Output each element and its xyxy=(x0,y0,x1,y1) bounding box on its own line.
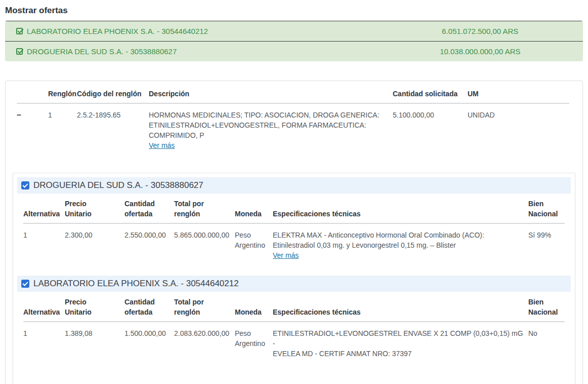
offer-table-header-row: Alternativa Precio Unitario Cantidad ofe… xyxy=(23,297,565,322)
supplier-title: LABORATORIO ELEA PHOENIX S.A. - 30544640… xyxy=(33,279,239,289)
bien-nacional-value: Sí 99% xyxy=(528,223,565,267)
supplier-checkbox[interactable] xyxy=(21,280,29,288)
codigo-value: 2.5.2-1895.65 xyxy=(77,103,149,152)
line-item-panel: Renglón Código del renglón Descripción C… xyxy=(5,81,583,384)
offer-table-header-row: Alternativa Precio Unitario Cantidad ofe… xyxy=(23,199,565,223)
offer-summary-row[interactable]: DROGUERIA DEL SUD S.A. - 30538880627 10.… xyxy=(5,41,583,61)
total-por-renglon-value: 5.865.000.000,00 xyxy=(174,223,235,267)
supplier-section: DROGUERIA DEL SUD S.A. - 30538880627 Alt… xyxy=(17,177,571,267)
um-header: UM xyxy=(468,89,569,103)
especificaciones-value: ELEKTRA MAX - Anticonceptivo Hormonal Or… xyxy=(273,230,524,250)
supplier-section-header: DROGUERIA DEL SUD S.A. - 30538880627 xyxy=(17,177,571,194)
ver-mas-link[interactable]: Ver más xyxy=(273,250,299,260)
alternativa-header: Alternativa xyxy=(23,297,65,322)
especificaciones-header: Especificaciones técnicas xyxy=(273,297,528,322)
line-items-table: Renglón Código del renglón Descripción C… xyxy=(17,89,569,152)
line-item-row: – 1 2.5.2-1895.65 HORMONAS MEDICINALES; … xyxy=(17,103,569,152)
alternativa-value: 1 xyxy=(23,223,65,267)
supplier-offer-table: Alternativa Precio Unitario Cantidad ofe… xyxy=(23,297,565,366)
precio-unitario-header: Precio Unitario xyxy=(65,199,124,223)
precio-unitario-header: Precio Unitario xyxy=(65,297,124,322)
supplier-title: DROGUERIA DEL SUD S.A. - 30538880627 xyxy=(33,180,203,190)
precio-unitario-value: 1.389,08 xyxy=(65,322,124,366)
offer-total-amount: 6.051.072.500,00 ARS xyxy=(389,27,572,35)
offer-supplier-name: DROGUERIA DEL SUD S.A. - 30538880627 xyxy=(27,47,389,56)
supplier-section-header: LABORATORIO ELEA PHOENIX S.A. - 30544640… xyxy=(17,276,571,292)
offer-total-amount: 10.038.000.000,00 ARS xyxy=(389,47,572,56)
offer-row: 1 1.389,08 1.500.000,00 2.083.620.000,00… xyxy=(23,322,565,366)
ver-mas-link[interactable]: Ver más xyxy=(149,140,175,150)
bien-nacional-value: No xyxy=(528,322,565,366)
page-title: Mostrar ofertas xyxy=(5,0,583,21)
cantidad-ofertada-header: Cantidad ofertada xyxy=(124,199,174,223)
total-por-renglon-header: Total por renglón xyxy=(174,297,235,322)
especificaciones-header: Especificaciones técnicas xyxy=(273,199,528,223)
especificaciones-value: ETINILESTRADIOL+LEVONOGESTREL ENVASE X 2… xyxy=(273,328,524,359)
supplier-checkbox[interactable] xyxy=(21,181,29,189)
renglon-header: Renglón xyxy=(48,89,77,103)
cantidad-ofertada-header: Cantidad ofertada xyxy=(124,297,174,322)
offer-supplier-name: LABORATORIO ELEA PHOENIX S.A. - 30544640… xyxy=(27,27,389,35)
total-por-renglon-header: Total por renglón xyxy=(174,199,235,223)
line-items-header-row: Renglón Código del renglón Descripción C… xyxy=(17,89,569,103)
renglon-value: 1 xyxy=(48,103,77,152)
checked-square-icon xyxy=(16,28,23,34)
offer-row: 1 2.300,00 2.550.000,00 5.865.000.000,00… xyxy=(23,223,565,267)
bien-nacional-header: Bien Nacional xyxy=(528,297,565,322)
checked-square-icon xyxy=(16,48,23,55)
moneda-value: Peso Argentino xyxy=(235,223,273,267)
alternativa-header: Alternativa xyxy=(23,199,65,223)
descripcion-header: Descripción xyxy=(149,89,393,103)
toggle-column-header xyxy=(17,89,48,103)
um-value: UNIDAD xyxy=(468,103,569,152)
offers-page: Mostrar ofertas LABORATORIO ELEA PHOENIX… xyxy=(0,0,588,384)
collapse-row-button[interactable]: – xyxy=(17,110,21,120)
cantidad-ofertada-value: 1.500.000,00 xyxy=(124,322,174,366)
moneda-header: Moneda xyxy=(235,297,273,322)
supplier-section: LABORATORIO ELEA PHOENIX S.A. - 30544640… xyxy=(17,276,571,366)
total-por-renglon-value: 2.083.620.000,00 xyxy=(174,322,235,366)
offer-summary-row[interactable]: LABORATORIO ELEA PHOENIX S.A. - 30544640… xyxy=(5,21,583,41)
supplier-offer-table: Alternativa Precio Unitario Cantidad ofe… xyxy=(23,199,565,267)
offers-detail-card: DROGUERIA DEL SUD S.A. - 30538880627 Alt… xyxy=(13,173,575,384)
codigo-header: Código del renglón xyxy=(77,89,149,103)
bien-nacional-header: Bien Nacional xyxy=(528,199,565,223)
cantidad-solicitada-value: 5.100.000,00 xyxy=(393,103,468,152)
line-item-description: HORMONAS MEDICINALES; TIPO: ASOCIACION, … xyxy=(149,110,389,140)
cantidad-solicitada-header: Cantidad solicitada xyxy=(393,89,468,103)
precio-unitario-value: 2.300,00 xyxy=(65,223,124,267)
offers-summary: LABORATORIO ELEA PHOENIX S.A. - 30544640… xyxy=(5,21,583,61)
moneda-value: Peso Argentino xyxy=(235,322,273,366)
cantidad-ofertada-value: 2.550.000,00 xyxy=(124,223,174,267)
alternativa-value: 1 xyxy=(23,322,65,366)
moneda-header: Moneda xyxy=(235,199,273,223)
